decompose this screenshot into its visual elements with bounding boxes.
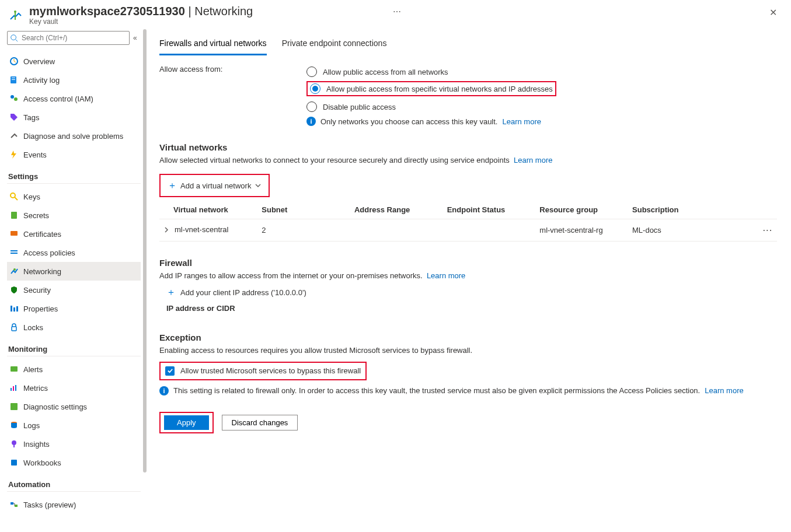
menu-item-access-control[interactable]: Access control (IAM) — [7, 89, 141, 108]
more-commands-button[interactable]: ⋯ — [389, 5, 405, 19]
menu-search-input[interactable] — [7, 31, 130, 45]
firewall-heading: Firewall — [159, 258, 777, 268]
menu-item-diagnose[interactable]: Diagnose and solve problems — [7, 127, 141, 145]
menu-item-diagnostic-settings[interactable]: Diagnostic settings — [7, 397, 141, 416]
radio-disable[interactable]: Disable public access — [306, 102, 777, 112]
access-policies-icon — [9, 248, 19, 257]
keys-icon — [9, 192, 19, 201]
diagnostic-settings-icon — [9, 402, 19, 411]
tab-firewalls[interactable]: Firewalls and virtual networks — [159, 34, 267, 55]
security-icon — [9, 285, 19, 295]
svg-rect-5 — [12, 78, 15, 78]
exception-info-text: This setting is related to firewall only… — [173, 386, 700, 395]
menu-item-metrics[interactable]: Metrics — [7, 379, 141, 397]
content-scrollbar[interactable] — [143, 29, 147, 532]
svg-point-14 — [13, 268, 16, 271]
info-icon: i — [306, 117, 316, 126]
events-icon — [9, 150, 19, 159]
add-virtual-network-button[interactable]: ＋ Add a virtual network — [162, 177, 267, 194]
menu-item-access-policies[interactable]: Access policies — [7, 243, 141, 262]
activity-log-icon — [9, 75, 19, 85]
svg-rect-21 — [13, 386, 14, 391]
locks-icon — [9, 323, 19, 332]
logs-icon — [9, 421, 19, 430]
menu-item-activity-log[interactable]: Activity log — [7, 71, 141, 89]
svg-point-1 — [11, 35, 16, 40]
svg-rect-13 — [11, 253, 18, 254]
menu-item-locks[interactable]: Locks — [7, 318, 141, 337]
menu-item-workbooks[interactable]: Workbooks — [7, 453, 141, 472]
svg-rect-22 — [15, 385, 16, 391]
svg-rect-28 — [11, 502, 13, 505]
keyvault-icon — [7, 7, 25, 24]
menu-item-insights[interactable]: Insights — [7, 435, 141, 453]
menu-item-events[interactable]: Events — [7, 145, 141, 164]
svg-rect-11 — [11, 231, 18, 236]
alerts-icon — [9, 365, 19, 374]
svg-rect-20 — [11, 388, 12, 391]
vnet-table: Virtual network Subnet Address Range End… — [159, 201, 777, 242]
svg-rect-10 — [11, 212, 17, 219]
page-header: mymlworkspace2730511930 | Networking Key… — [0, 0, 791, 29]
discard-changes-button[interactable]: Discard changes — [222, 415, 298, 430]
metrics-icon — [9, 383, 19, 393]
menu-item-properties[interactable]: Properties — [7, 299, 141, 318]
page-title: mymlworkspace2730511930 | Networking — [29, 5, 389, 18]
firewall-learn-more-link[interactable]: Learn more — [427, 271, 465, 280]
access-control-icon — [9, 94, 19, 103]
ip-cidr-label: IP address or CIDR — [159, 300, 777, 316]
svg-point-25 — [12, 440, 16, 445]
svg-rect-29 — [15, 505, 18, 507]
tab-private-endpoint[interactable]: Private endpoint connections — [282, 34, 387, 55]
close-button[interactable]: ✕ — [765, 5, 782, 20]
menu-item-secrets[interactable]: Secrets — [7, 206, 141, 225]
access-info-text: Only networks you choose can access this… — [320, 117, 497, 126]
properties-icon — [9, 304, 19, 313]
menu-item-alerts[interactable]: Alerts — [7, 360, 141, 379]
resource-type-label: Key vault — [29, 18, 389, 26]
vnet-subtext: Allow selected virtual networks to conne… — [159, 156, 510, 164]
svg-rect-18 — [12, 327, 16, 331]
menu-item-networking[interactable]: Networking — [7, 262, 141, 281]
svg-rect-12 — [11, 250, 18, 251]
vnet-learn-more-link[interactable]: Learn more — [514, 156, 552, 164]
tasks-icon — [9, 500, 19, 509]
menu-item-keys[interactable]: Keys — [7, 187, 141, 206]
overview-icon — [9, 57, 19, 66]
svg-rect-19 — [11, 366, 18, 372]
svg-rect-17 — [16, 306, 18, 312]
insights-icon — [9, 439, 19, 449]
add-client-ip-button[interactable]: ＋Add your client IP address ('10.0.0.0') — [159, 284, 777, 300]
menu-group-settings: Settings — [8, 172, 141, 181]
vnet-row[interactable]: ml-vnet-scentral 2 ml-vnet-scentral-rg M… — [159, 219, 777, 242]
radio-allow-specific[interactable]: Allow public access from specific virtua… — [310, 83, 553, 94]
row-context-menu-button[interactable]: ··· — [763, 226, 773, 235]
menu-item-overview[interactable]: Overview — [7, 52, 141, 71]
apply-button[interactable]: Apply — [164, 415, 209, 430]
diagnose-icon — [9, 131, 19, 141]
search-icon — [10, 34, 18, 42]
tags-icon — [9, 113, 19, 122]
menu-item-tags[interactable]: Tags — [7, 108, 141, 127]
svg-rect-23 — [11, 403, 18, 410]
menu-item-security[interactable]: Security — [7, 281, 141, 299]
menu-group-automation: Automation — [8, 480, 141, 489]
tab-strip: Firewalls and virtual networks Private e… — [159, 34, 777, 55]
svg-rect-15 — [11, 306, 12, 312]
allow-trusted-services-checkbox[interactable]: Allow trusted Microsoft services to bypa… — [165, 366, 361, 376]
networking-icon — [9, 267, 19, 276]
menu-item-certificates[interactable]: Certificates — [7, 225, 141, 243]
collapse-menu-button[interactable]: « — [133, 34, 137, 42]
svg-point-0 — [14, 10, 16, 13]
workbooks-icon — [9, 458, 19, 467]
resource-menu: « Overview Activity log Access control (… — [0, 29, 143, 532]
firewall-subtext: Add IP ranges to allow access from the i… — [159, 271, 423, 280]
access-learn-more-link[interactable]: Learn more — [502, 117, 541, 126]
exception-learn-more-link[interactable]: Learn more — [705, 386, 743, 395]
radio-allow-all[interactable]: Allow public access from all networks — [306, 66, 777, 77]
menu-item-logs[interactable]: Logs — [7, 416, 141, 435]
menu-item-tasks[interactable]: Tasks (preview) — [7, 495, 141, 514]
svg-rect-16 — [13, 307, 15, 312]
allow-access-label: Allow access from: — [159, 65, 306, 74]
svg-rect-6 — [12, 79, 15, 80]
